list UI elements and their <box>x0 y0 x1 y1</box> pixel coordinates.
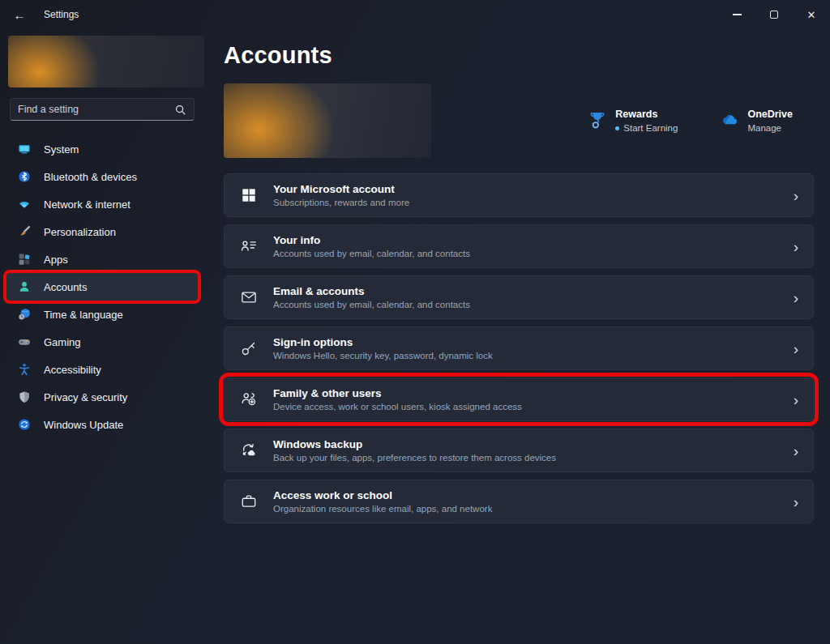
card-title: Windows backup <box>273 438 556 450</box>
card-title: Your Microsoft account <box>273 183 409 195</box>
window-content: System Bluetooth & devices Network & int… <box>0 29 830 644</box>
sidebar-item-bluetooth-devices[interactable]: Bluetooth & devices <box>6 163 198 190</box>
chevron-right-icon: › <box>794 341 798 356</box>
sidebar-item-network-internet[interactable]: Network & internet <box>6 190 198 218</box>
rewards-promo[interactable]: Rewards Start Earning <box>588 109 678 133</box>
card-subtitle: Accounts used by email, calendar, and co… <box>273 300 470 309</box>
cloud-icon <box>720 110 739 130</box>
card-your-microsoft-account[interactable]: Your Microsoft account Subscriptions, re… <box>224 173 814 217</box>
card-subtitle: Device access, work or school users, kio… <box>273 402 522 412</box>
card-access-work-school[interactable]: Access work or school Organization resou… <box>224 480 814 523</box>
bullet-dot-icon <box>615 126 619 130</box>
trophy-icon <box>588 110 607 130</box>
contact-card-icon <box>239 237 259 256</box>
sidebar-item-label: Personalization <box>44 226 116 238</box>
card-email-accounts[interactable]: Email & accounts Accounts used by email,… <box>224 275 814 319</box>
sidebar-item-label: Apps <box>44 254 68 266</box>
sidebar-item-personalization[interactable]: Personalization <box>6 218 198 245</box>
maximize-button[interactable] <box>755 0 793 29</box>
key-icon <box>239 339 259 358</box>
back-arrow-icon: ← <box>14 8 26 22</box>
system-icon <box>18 143 31 156</box>
onedrive-promo[interactable]: OneDrive Manage <box>720 109 793 133</box>
sidebar: System Bluetooth & devices Network & int… <box>0 29 212 644</box>
sidebar-item-accessibility[interactable]: Accessibility <box>6 356 198 383</box>
sidebar-item-accounts[interactable]: Accounts <box>6 273 198 301</box>
window-title: Settings <box>44 9 79 20</box>
close-button[interactable]: ✕ <box>793 0 830 29</box>
onedrive-title: OneDrive <box>747 109 793 120</box>
sidebar-item-system[interactable]: System <box>6 135 198 163</box>
settings-cards: Your Microsoft account Subscriptions, re… <box>224 173 814 523</box>
banner-promos: Rewards Start Earning OneDrive <box>588 109 814 133</box>
envelope-icon <box>239 288 259 307</box>
sidebar-item-windows-update[interactable]: Windows Update <box>6 411 198 438</box>
card-subtitle: Back up your files, apps, preferences to… <box>273 453 556 463</box>
sidebar-item-label: Privacy & security <box>44 391 127 403</box>
close-icon: ✕ <box>807 10 816 20</box>
chevron-right-icon: › <box>794 290 798 305</box>
accessibility-person-icon <box>18 363 31 376</box>
shield-icon <box>18 390 31 403</box>
onedrive-manage-link[interactable]: Manage <box>747 123 793 133</box>
rewards-title: Rewards <box>615 109 678 120</box>
search-icon <box>174 104 186 116</box>
card-subtitle: Organization resources like email, apps,… <box>273 504 492 514</box>
card-title: Email & accounts <box>273 285 470 297</box>
apps-grid-icon <box>18 253 31 266</box>
window-controls: ✕ <box>718 0 830 29</box>
chevron-right-icon: › <box>794 443 798 458</box>
microsoft-logo-icon <box>239 186 259 205</box>
sidebar-item-label: Accounts <box>44 281 87 293</box>
card-subtitle: Accounts used by email, calendar, and co… <box>273 249 470 258</box>
chevron-right-icon: › <box>794 392 798 407</box>
account-info-blurred <box>224 83 431 158</box>
card-subtitle: Windows Hello, security key, password, d… <box>273 351 493 360</box>
sidebar-item-label: Gaming <box>44 336 81 348</box>
chevron-right-icon: › <box>794 494 798 510</box>
search-box[interactable] <box>10 98 195 121</box>
minimize-button[interactable] <box>718 0 755 29</box>
card-your-info[interactable]: Your info Accounts used by email, calend… <box>224 224 814 268</box>
sidebar-nav: System Bluetooth & devices Network & int… <box>0 135 212 438</box>
sidebar-item-label: Network & internet <box>44 198 130 211</box>
briefcase-icon <box>239 492 259 511</box>
minimize-icon <box>733 14 742 15</box>
add-user-icon <box>239 390 259 409</box>
sidebar-item-label: Windows Update <box>44 419 123 431</box>
card-title: Access work or school <box>273 489 492 501</box>
sidebar-item-label: Accessibility <box>44 364 101 376</box>
search-input[interactable] <box>18 104 174 115</box>
main-panel: Accounts Rewards Start Earning <box>212 29 830 644</box>
bluetooth-icon <box>18 170 31 183</box>
rewards-subtitle[interactable]: Start Earning <box>615 123 678 133</box>
sidebar-item-label: Bluetooth & devices <box>44 171 137 183</box>
titlebar: ← Settings ✕ <box>0 0 830 29</box>
backup-sync-icon <box>239 441 259 460</box>
user-avatar-blurred[interactable] <box>8 36 204 87</box>
gamepad-icon <box>18 335 31 348</box>
clock-globe-icon <box>18 308 31 321</box>
card-subtitle: Subscriptions, rewards and more <box>273 198 409 207</box>
maximize-icon <box>770 11 778 19</box>
person-icon <box>18 280 31 293</box>
card-windows-backup[interactable]: Windows backup Back up your files, apps,… <box>224 429 814 472</box>
card-title: Family & other users <box>273 387 522 399</box>
card-family-other-users[interactable]: Family & other users Device access, work… <box>224 377 814 421</box>
chevron-right-icon: › <box>794 188 798 203</box>
wifi-icon <box>18 198 31 211</box>
sidebar-item-gaming[interactable]: Gaming <box>6 328 198 356</box>
brush-icon <box>18 225 31 238</box>
page-title: Accounts <box>224 42 814 69</box>
sidebar-item-time-language[interactable]: Time & language <box>6 301 198 328</box>
chevron-right-icon: › <box>794 239 798 254</box>
account-banner: Rewards Start Earning OneDrive <box>224 83 814 158</box>
sidebar-item-privacy-security[interactable]: Privacy & security <box>6 383 198 411</box>
back-button[interactable]: ← <box>6 2 32 27</box>
sidebar-item-label: Time & language <box>44 309 123 321</box>
sidebar-item-label: System <box>44 143 79 156</box>
update-arrows-icon <box>18 418 31 431</box>
sidebar-item-apps[interactable]: Apps <box>6 245 198 273</box>
card-sign-in-options[interactable]: Sign-in options Windows Hello, security … <box>224 326 814 370</box>
card-title: Sign-in options <box>273 336 493 348</box>
